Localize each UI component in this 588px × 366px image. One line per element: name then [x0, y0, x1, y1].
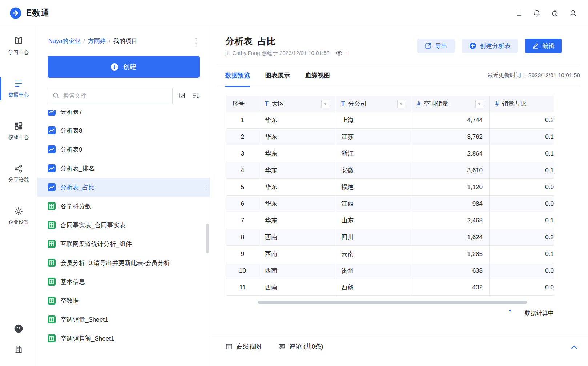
template-icon: [14, 121, 23, 131]
file-item[interactable]: 互联网渠道统计分析_组件: [37, 234, 210, 253]
sidebar-item-settings[interactable]: 企业设置: [0, 206, 37, 226]
sidebar-bottom: ?: [0, 324, 37, 354]
file-item-label: 分析表_排名: [60, 164, 94, 173]
tabs-row: 数据预览图表展示血缘视图 最近更新时间： 2023/12/01 10:01:58: [217, 64, 580, 87]
tab-1[interactable]: 数据预览: [225, 64, 250, 87]
breadcrumb: Naya的企业/方雨婷/我的项目: [48, 37, 137, 45]
main-footer: 高级视图 评论 (共0条): [210, 337, 588, 366]
sidebar-item-learn[interactable]: 学习中心: [0, 36, 37, 56]
main-header: 分析表_占比 由 Cathy.Fang 创建于 2023/12/01 10:01…: [210, 26, 588, 57]
table-cell: 云南: [335, 246, 411, 262]
breadcrumb-item[interactable]: 我的项目: [113, 37, 137, 45]
file-item[interactable]: 空数据: [37, 291, 210, 310]
creator-line: 由 Cathy.Fang 创建于 2023/12/01 10:01:58: [225, 50, 330, 57]
table-row[interactable]: 5华东福建1,1200.0: [226, 179, 554, 196]
sidebar-item-template[interactable]: 模板中心: [0, 121, 37, 141]
table-file-icon: [48, 221, 56, 229]
table-cell: 3,610: [411, 162, 490, 179]
file-item[interactable]: 合同事实表_合同事实表: [37, 216, 210, 234]
file-item[interactable]: 会员分析_0.请导出并更新此表-会员分析: [37, 253, 210, 272]
edit-button-label: 编辑: [542, 42, 555, 50]
table-cell: 贵州: [335, 262, 411, 279]
breadcrumb-item[interactable]: Naya的企业: [48, 37, 80, 45]
table-row[interactable]: 1华东上海4,7440.2: [226, 112, 554, 129]
table-row[interactable]: 9西南云南1,2850.1: [226, 246, 554, 262]
advanced-view-button[interactable]: 高级视图: [225, 342, 261, 351]
table-cell: 福建: [335, 179, 411, 196]
file-item[interactable]: 分析表7: [37, 110, 210, 121]
table-row[interactable]: 10西南贵州6380.0: [226, 262, 554, 279]
tab-3[interactable]: 血缘视图: [305, 64, 330, 87]
search-input[interactable]: [48, 88, 173, 104]
table-cell: 0.0: [490, 262, 554, 279]
table-cell: 11: [226, 279, 259, 296]
table-row[interactable]: 3华东浙江2,8640.1: [226, 145, 554, 162]
edit-button[interactable]: 编辑: [525, 39, 562, 53]
table-cell: 西南: [259, 279, 335, 296]
table-cell: 0.1: [490, 162, 554, 179]
table-row[interactable]: 6华东江西9840.0: [226, 196, 554, 212]
panel-resize-handle[interactable]: ⋮: [204, 185, 209, 189]
file-item[interactable]: 分析表_占比: [37, 178, 210, 197]
column-dropdown-icon[interactable]: [397, 100, 405, 108]
column-dropdown-icon[interactable]: [475, 100, 483, 108]
file-item[interactable]: 分析表_排名: [37, 159, 210, 178]
table-row[interactable]: 11西南西藏4320.0: [226, 279, 554, 296]
sidebar-item-share[interactable]: 分享给我: [0, 164, 37, 183]
text-type-icon: T: [265, 101, 269, 107]
file-item-label: 会员分析_0.请导出并更新此表-会员分析: [60, 259, 170, 267]
timer-icon[interactable]: [551, 9, 559, 17]
column-header-3: #空调销量: [411, 96, 490, 112]
file-item[interactable]: 各学科分数: [37, 197, 210, 216]
file-item[interactable]: 基本信息: [37, 272, 210, 291]
file-item[interactable]: 空调销量_Sheet1: [37, 310, 210, 329]
export-button[interactable]: 导出: [417, 39, 455, 53]
export-icon: [424, 42, 432, 49]
file-item[interactable]: 分析表8: [37, 121, 210, 140]
sidebar-item-label: 企业设置: [8, 219, 29, 226]
table-cell: 华东: [259, 162, 335, 179]
table-row[interactable]: 8西南四川1,6240.2: [226, 229, 554, 246]
chart-file-icon: [48, 126, 56, 134]
table-cell: 1: [226, 112, 259, 129]
sidebar-item-data[interactable]: 数据中心: [0, 79, 37, 98]
table-row[interactable]: 2华东江苏3,7620.1: [226, 129, 554, 145]
scrollbar-thumb[interactable]: [206, 224, 209, 253]
table-cell: 江苏: [335, 129, 411, 145]
advanced-view-label: 高级视图: [237, 342, 261, 351]
horizontal-scrollbar[interactable]: [258, 301, 527, 304]
comments-button[interactable]: 评论 (共0条): [278, 342, 323, 351]
table-row[interactable]: 7华东山东2,4680.1: [226, 212, 554, 229]
tab-2[interactable]: 图表展示: [265, 64, 290, 87]
table-cell: 0.0: [490, 279, 554, 296]
svg-text:?: ?: [17, 326, 20, 331]
table-cell: 山东: [335, 212, 411, 229]
column-dropdown-icon[interactable]: [321, 100, 329, 108]
todo-list-icon[interactable]: [515, 9, 523, 17]
breadcrumb-item[interactable]: 方雨婷: [88, 37, 106, 45]
create-button[interactable]: 创建: [48, 56, 200, 78]
column-header-label: 大区: [272, 100, 284, 108]
table-cell: 浙江: [335, 145, 411, 162]
collapse-chevron-icon[interactable]: [570, 343, 579, 352]
settings-icon: [14, 206, 23, 216]
table-cell: 西南: [259, 262, 335, 279]
table-cell: 华东: [259, 179, 335, 196]
create-analysis-button[interactable]: 创建分析表: [462, 39, 518, 53]
table-cell: 安徽: [335, 162, 411, 179]
user-icon[interactable]: [569, 9, 577, 17]
bell-icon[interactable]: [533, 9, 541, 17]
table-cell: 1,624: [411, 229, 490, 246]
status-row: 数据计算中: [226, 310, 554, 317]
multi-select-icon[interactable]: [178, 92, 186, 100]
table-cell: 7: [226, 212, 259, 229]
help-icon[interactable]: ?: [14, 324, 23, 333]
table-cell: 2,468: [411, 212, 490, 229]
sort-icon[interactable]: [192, 92, 200, 100]
organization-icon[interactable]: [14, 344, 23, 354]
file-item[interactable]: 空调销售额_Sheet1: [37, 329, 210, 348]
brand[interactable]: E数通: [9, 7, 49, 19]
file-item[interactable]: 分析表9: [37, 140, 210, 159]
kebab-menu-icon[interactable]: ⋮: [191, 37, 201, 44]
table-row[interactable]: 4华东安徽3,6100.1: [226, 162, 554, 179]
